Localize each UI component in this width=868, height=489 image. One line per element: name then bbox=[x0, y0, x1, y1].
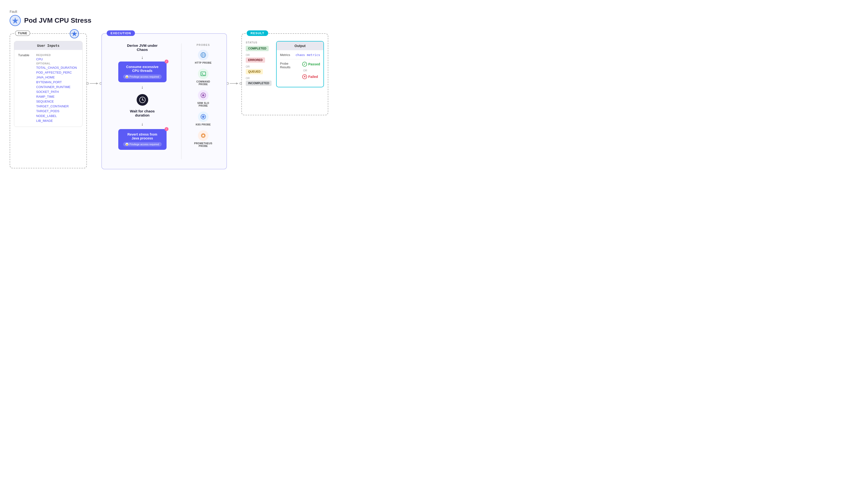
or-probe: OR bbox=[303, 69, 320, 72]
revert-stress-card[interactable]: ! Revert stress fromJava process 🔒 Privi… bbox=[118, 129, 166, 150]
arrow-down-3: ↓ bbox=[141, 122, 144, 127]
status-title: STATUS bbox=[246, 41, 272, 44]
tunable-item-byteman-port[interactable]: BYTEMAN_PORT bbox=[36, 80, 79, 84]
privilege-badge-1: 🔒 Privilege access required bbox=[123, 74, 162, 79]
clock-icon bbox=[136, 94, 148, 106]
prometheus-probe[interactable]: PROMETHEUSPROBE bbox=[184, 130, 222, 148]
k8s-probe-icon bbox=[198, 111, 209, 122]
user-inputs-header: User Inputs bbox=[14, 41, 82, 50]
arrow-svg bbox=[90, 82, 98, 86]
title-text: Pod JVM CPU Stress bbox=[24, 17, 91, 24]
tunable-item-container-runtime[interactable]: CONTAINER_RUNTIME bbox=[36, 85, 79, 89]
status-incompleted: INCOMPLETED bbox=[246, 80, 272, 86]
or-2: OR bbox=[246, 65, 272, 68]
probes-section: PROBES HTTP PROBE bbox=[184, 39, 222, 164]
tunable-values: REQUIRED CPU OPTIONAL TOTAL_CHAOS_DURATI… bbox=[36, 53, 79, 124]
tunable-item-pod-affected[interactable]: POD_AFFECTED_PERC bbox=[36, 71, 79, 74]
x-icon: ✕ bbox=[302, 74, 307, 79]
http-probe-label: HTTP PROBE bbox=[195, 62, 212, 64]
failed-badge: ✕ Failed bbox=[302, 74, 318, 79]
probes-divider bbox=[181, 43, 182, 159]
check-icon: ✓ bbox=[302, 62, 307, 67]
page-header: Fault Pod JVM CPU Stress bbox=[10, 10, 858, 26]
srm-probe-icon bbox=[198, 90, 209, 101]
revert-stress-title: Revert stress fromJava process bbox=[123, 132, 162, 140]
svg-line-15 bbox=[202, 74, 203, 75]
probe-results-label: ProbeResults bbox=[280, 62, 290, 69]
privilege-icon-1: 🔒 bbox=[126, 75, 128, 78]
failed-label: Failed bbox=[308, 75, 318, 79]
privilege-text-2: Privilege access required bbox=[129, 143, 159, 146]
tunable-item-sequence[interactable]: SEQUENCE bbox=[36, 100, 79, 103]
probe-results-row: ProbeResults ✓ Passed OR bbox=[280, 62, 320, 79]
output-header: Output bbox=[277, 41, 323, 50]
or-1: OR bbox=[246, 54, 272, 57]
execution-label: EXECUTION bbox=[107, 30, 135, 36]
svg-marker-5 bbox=[96, 83, 98, 85]
execution-to-result-arrow bbox=[227, 33, 241, 86]
passed-row: ✓ Passed bbox=[302, 62, 320, 67]
user-inputs-body: Tunable REQUIRED CPU OPTIONAL TOTAL_CHAO… bbox=[14, 50, 82, 127]
or-3: OR bbox=[246, 77, 272, 79]
tunable-item-lib-image[interactable]: LIB_IMAGE bbox=[36, 119, 79, 123]
output-card: Output Metrics chaos metrics ProbeResult… bbox=[276, 41, 324, 87]
failed-row: ✕ Failed bbox=[302, 74, 320, 79]
tunable-item-socket-path[interactable]: SOCKET_PATH bbox=[36, 90, 79, 94]
passed-badge: ✓ Passed bbox=[302, 62, 320, 67]
tunable-row: Tunable REQUIRED CPU OPTIONAL TOTAL_CHAO… bbox=[18, 53, 79, 124]
http-probe[interactable]: HTTP PROBE bbox=[184, 50, 222, 64]
svg-point-9 bbox=[142, 99, 143, 100]
k8s-probe[interactable]: K8S PROBE bbox=[184, 111, 222, 126]
passed-label: Passed bbox=[308, 62, 320, 66]
fault-label: Fault bbox=[10, 10, 858, 13]
status-completed: COMPLETED bbox=[246, 46, 269, 51]
metrics-value: chaos metrics bbox=[296, 53, 320, 57]
http-probe-icon bbox=[198, 50, 209, 60]
command-probe-label: COMMANDPROBE bbox=[196, 80, 210, 86]
privilege-badge-2: 🔒 Privilege access required bbox=[123, 142, 162, 146]
status-queued: QUEUED bbox=[246, 69, 263, 74]
metrics-label: Metrics bbox=[280, 53, 290, 57]
tunable-item-cpu[interactable]: CPU bbox=[36, 57, 79, 61]
execution-flow: Derive JVM underChaos ↓ ! Consume excess… bbox=[106, 39, 179, 164]
tune-to-execution-arrow bbox=[87, 33, 101, 86]
consume-cpu-card[interactable]: ! Consume excessiveCPU threads 🔒 Privile… bbox=[118, 62, 166, 82]
result-body: STATUS COMPLETED OR ERRORED OR QUEUED OR… bbox=[246, 41, 324, 87]
tunable-item-target-container[interactable]: TARGET_CONTAINER bbox=[36, 104, 79, 108]
svg-line-14 bbox=[202, 73, 203, 74]
result-section: RESULT STATUS COMPLETED OR ERRORED OR QU… bbox=[241, 33, 328, 115]
pink-badge-1: ! bbox=[165, 60, 168, 63]
kubernetes-icon bbox=[10, 15, 21, 26]
diagram-container: TUNE User Inputs Tunable REQUIRED CPU OP… bbox=[10, 33, 858, 169]
execution-section: EXECUTION Derive JVM underChaos ↓ ! Cons… bbox=[101, 33, 227, 169]
tunable-item-total-chaos[interactable]: TOTAL_CHAOS_DURATION bbox=[36, 66, 79, 69]
result-label: RESULT bbox=[247, 30, 268, 36]
tune-k8s-badge bbox=[69, 29, 79, 39]
user-inputs-card: User Inputs Tunable REQUIRED CPU OPTIONA… bbox=[14, 41, 83, 127]
result-arrow-svg bbox=[230, 82, 239, 86]
svg-marker-23 bbox=[236, 83, 239, 85]
privilege-text-1: Privilege access required bbox=[129, 75, 159, 78]
command-probe[interactable]: COMMANDPROBE bbox=[184, 68, 222, 86]
tunable-item-java-home[interactable]: JAVA_HOME bbox=[36, 75, 79, 79]
step3-text: Wait for chaosduration bbox=[130, 109, 155, 117]
srm-probe-label: SRM SLOPROBE bbox=[197, 102, 209, 107]
metrics-row: Metrics chaos metrics bbox=[280, 53, 320, 59]
arrow-down-1: ↓ bbox=[141, 55, 144, 60]
arrow-down-2: ↓ bbox=[141, 85, 144, 90]
k8s-probe-label: K8S PROBE bbox=[196, 123, 211, 126]
privilege-icon-2: 🔒 bbox=[126, 143, 128, 146]
srm-slo-probe[interactable]: SRM SLOPROBE bbox=[184, 90, 222, 107]
tune-label: TUNE bbox=[15, 30, 30, 36]
output-body: Metrics chaos metrics ProbeResults ✓ Pas… bbox=[277, 50, 323, 82]
tunable-item-node-label[interactable]: NODE_LABEL bbox=[36, 114, 79, 118]
tunable-item-ramp-time[interactable]: RAMP_TIME bbox=[36, 95, 79, 98]
page-title: Pod JVM CPU Stress bbox=[10, 15, 858, 26]
status-errored: ERRORED bbox=[246, 57, 265, 63]
probe-results-section: ✓ Passed OR ✕ Failed bbox=[302, 62, 320, 79]
consume-cpu-title: Consume excessiveCPU threads bbox=[123, 65, 162, 73]
status-column: STATUS COMPLETED OR ERRORED OR QUEUED OR… bbox=[246, 41, 272, 87]
tunable-item-target-pods[interactable]: TARGET_PODS bbox=[36, 109, 79, 113]
required-label: REQUIRED bbox=[36, 54, 79, 57]
command-probe-icon bbox=[198, 68, 209, 79]
